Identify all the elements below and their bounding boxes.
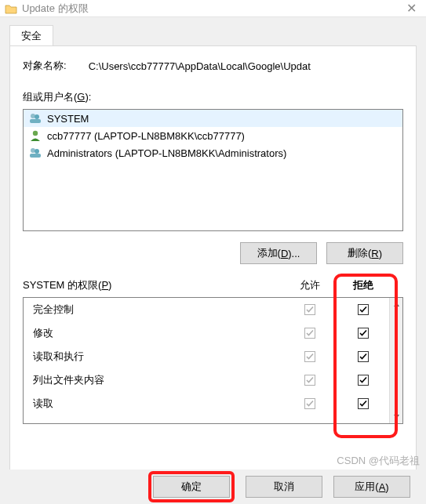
permissions-list: 完全控制 修改 读取和执行 列出文件夹内 <box>24 298 389 423</box>
allow-checkbox[interactable] <box>304 304 315 315</box>
add-button-suffix: )... <box>288 248 300 259</box>
remove-button-accesskey: R <box>371 248 378 259</box>
user-icon <box>28 129 42 142</box>
add-button-accesskey: D <box>281 248 288 259</box>
svg-point-5 <box>35 149 39 154</box>
deny-checkbox[interactable] <box>358 304 369 315</box>
allow-checkbox[interactable] <box>304 328 315 339</box>
permission-row: 修改 <box>24 321 389 345</box>
tab-row: 安全 <box>9 24 417 45</box>
groups-label: 组或用户名(G): <box>23 90 403 104</box>
permission-name: 读取和执行 <box>33 350 282 364</box>
remove-button-prefix: 删除( <box>348 246 371 260</box>
permission-row: 完全控制 <box>24 298 389 321</box>
list-item[interactable]: ccb77777 (LAPTOP-LN8BM8KK\ccb77777) <box>24 127 402 144</box>
groups-label-prefix: 组或用户名( <box>23 91 77 103</box>
remove-button[interactable]: 删除(R) <box>326 242 403 264</box>
dialog-body: 安全 对象名称: C:\Users\ccb77777\AppData\Local… <box>0 17 426 484</box>
permissions-title-prefix: SYSTEM 的权限( <box>23 279 101 291</box>
allow-checkbox[interactable] <box>304 351 315 362</box>
ok-button[interactable]: 确定 <box>153 476 230 498</box>
scroll-up-icon[interactable] <box>390 298 402 311</box>
permission-name: 修改 <box>33 326 282 340</box>
titlebar: Update 的权限 ✕ <box>0 0 426 17</box>
scroll-down-icon[interactable] <box>390 410 402 423</box>
permissions-area: SYSTEM 的权限(P) 允许 拒绝 完全控制 修改 <box>23 278 403 424</box>
permissions-scrollbar[interactable] <box>389 298 402 423</box>
object-label: 对象名称: <box>23 59 67 73</box>
svg-point-4 <box>31 148 35 153</box>
deny-checkbox[interactable] <box>358 398 369 409</box>
tab-panel: 对象名称: C:\Users\ccb77777\AppData\Local\Go… <box>9 45 417 484</box>
add-button[interactable]: 添加(D)... <box>240 242 317 264</box>
add-button-prefix: 添加( <box>257 246 281 260</box>
permissions-title-suffix: ) <box>108 279 111 291</box>
apply-button-accesskey: A <box>379 481 386 493</box>
svg-rect-6 <box>30 154 41 158</box>
apply-button-suffix: ) <box>385 481 388 493</box>
apply-button[interactable]: 应用(A) <box>333 476 410 498</box>
list-item[interactable]: SYSTEM <box>24 110 402 127</box>
permission-row: 读取 <box>24 392 389 415</box>
svg-point-1 <box>35 114 39 119</box>
svg-rect-2 <box>30 119 41 123</box>
apply-button-prefix: 应用( <box>355 480 378 494</box>
dialog-buttons: 确定 取消 应用(A) <box>0 470 426 504</box>
groups-label-accesskey: G <box>77 91 85 103</box>
list-item-label: SYSTEM <box>47 113 89 125</box>
permissions-title-accesskey: P <box>101 279 108 291</box>
tab-security[interactable]: 安全 <box>9 25 53 46</box>
permission-row: 列出文件夹内容 <box>24 368 389 392</box>
folder-icon <box>5 3 17 14</box>
close-icon[interactable]: ✕ <box>402 1 421 16</box>
remove-button-suffix: ) <box>379 248 382 259</box>
list-item-label: ccb77777 (LAPTOP-LN8BM8KK\ccb77777) <box>47 130 245 142</box>
column-allow: 允许 <box>282 278 337 292</box>
svg-point-0 <box>31 114 35 118</box>
permission-name: 列出文件夹内容 <box>33 373 282 387</box>
users-buttons: 添加(D)... 删除(R) <box>23 242 403 264</box>
permissions-box: 完全控制 修改 读取和执行 列出文件夹内 <box>23 297 403 424</box>
group-icon <box>28 147 42 159</box>
list-item-label: Administrators (LAPTOP-LN8BM8KK\Administ… <box>47 147 286 159</box>
object-path: C:\Users\ccb77777\AppData\Local\Google\U… <box>89 60 311 72</box>
permissions-title: SYSTEM 的权限(P) <box>23 278 282 292</box>
svg-point-3 <box>33 131 38 136</box>
allow-checkbox[interactable] <box>304 398 315 409</box>
group-icon <box>28 112 42 125</box>
cancel-button[interactable]: 取消 <box>246 476 322 498</box>
permissions-header: SYSTEM 的权限(P) 允许 拒绝 <box>23 278 403 292</box>
deny-checkbox[interactable] <box>358 375 369 386</box>
scroll-track[interactable] <box>390 311 402 410</box>
column-deny: 拒绝 <box>337 278 389 292</box>
permission-row: 读取和执行 <box>24 345 389 368</box>
deny-checkbox[interactable] <box>358 351 369 362</box>
groups-label-suffix: ): <box>85 91 91 103</box>
permission-name: 完全控制 <box>33 303 282 317</box>
permission-name: 读取 <box>33 397 282 411</box>
users-listbox[interactable]: SYSTEM ccb77777 (LAPTOP-LN8BM8KK\ccb7777… <box>23 109 403 231</box>
deny-checkbox[interactable] <box>358 328 369 339</box>
allow-checkbox[interactable] <box>304 375 315 386</box>
window-title: Update 的权限 <box>22 2 89 16</box>
list-item[interactable]: Administrators (LAPTOP-LN8BM8KK\Administ… <box>24 144 402 161</box>
object-row: 对象名称: C:\Users\ccb77777\AppData\Local\Go… <box>23 59 403 73</box>
annotation-ok-highlight: 确定 <box>148 471 235 502</box>
